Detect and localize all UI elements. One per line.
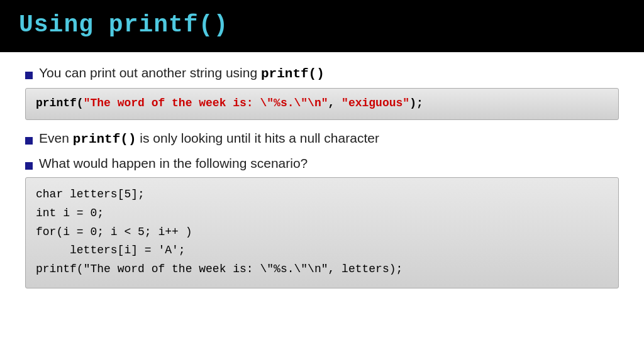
- bullet-item-2: Even printf() is only looking until it h…: [25, 129, 619, 148]
- bullet-icon-1: [25, 72, 33, 79]
- code-line-assign: letters[i] = 'A';: [36, 241, 608, 260]
- page-title: Using printf(): [19, 11, 228, 38]
- code-line-int: int i = 0;: [36, 204, 608, 223]
- bullet-text-1: You can print out another string using p…: [39, 63, 325, 83]
- code-line-1: printf("The word of the week is: \"%s.\"…: [36, 97, 423, 109]
- bullet-text-3: What would happen in the following scena…: [39, 154, 308, 172]
- code-line-char: char letters[5];: [36, 185, 608, 204]
- bullet-item-1: You can print out another string using p…: [25, 63, 619, 83]
- main-content: You can print out another string using p…: [0, 52, 644, 301]
- code-line-printf2: printf("The word of the week is: \"%s.\"…: [36, 260, 608, 279]
- bullet-icon-2: [25, 137, 33, 145]
- inline-code-printf-2: printf(): [73, 132, 136, 146]
- bullet-item-3: What would happen in the following scena…: [25, 154, 619, 172]
- bullet-text-2: Even printf() is only looking until it h…: [39, 129, 379, 148]
- code-block-2: char letters[5]; int i = 0; for(i = 0; i…: [25, 177, 619, 288]
- code-block-1: printf("The word of the week is: \"%s.\"…: [25, 88, 619, 120]
- bullet-icon-3: [25, 162, 33, 170]
- inline-code-printf: printf(): [261, 67, 325, 81]
- header: Using printf(): [0, 0, 644, 52]
- code-line-for: for(i = 0; i < 5; i++ ): [36, 223, 608, 242]
